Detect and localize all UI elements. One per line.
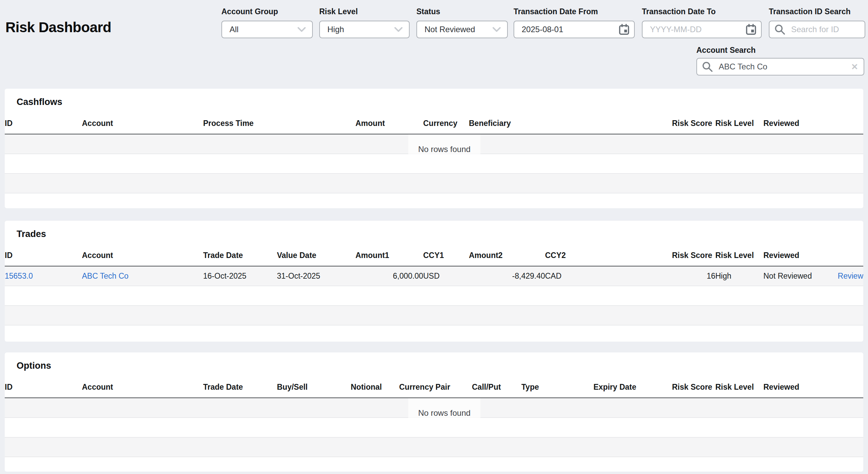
column-header-id[interactable]: ID [5, 376, 82, 398]
filter-account-group: Account Group All [221, 7, 313, 38]
empty-row [5, 325, 863, 342]
column-header-risk-score[interactable]: Risk Score [672, 376, 715, 398]
column-header-spacer [834, 245, 863, 266]
options-card: Options ID Account Trade Date Buy/Sell N… [5, 352, 863, 472]
cashflows-card: Cashflows ID Account Process Time Amount… [5, 89, 863, 208]
column-header-account[interactable]: Account [82, 113, 203, 134]
risk-dashboard-app: Risk Dashboard Account Group All Risk Le… [0, 0, 868, 474]
column-header-expiry-date[interactable]: Expiry Date [593, 376, 672, 398]
transaction-date-from-label: Transaction Date From [514, 7, 635, 16]
column-header-currency[interactable]: Currency [423, 113, 469, 134]
empty-row [5, 193, 863, 209]
chevron-down-icon [394, 27, 403, 32]
empty-row [5, 457, 863, 472]
column-header-risk-score[interactable]: Risk Score [672, 113, 715, 134]
column-header-process-time[interactable]: Process Time [203, 113, 355, 134]
calendar-icon[interactable] [746, 24, 756, 35]
search-icon [702, 61, 713, 72]
transaction-date-to-label: Transaction Date To [642, 7, 762, 16]
options-header-row: ID Account Trade Date Buy/Sell Notional … [5, 376, 863, 398]
account-group-label: Account Group [221, 7, 313, 16]
risk-level-select[interactable]: High [319, 21, 410, 38]
amount1-cell: 6,000.00 [355, 266, 423, 286]
cashflows-no-rows-overlay: No rows found [408, 134, 480, 155]
trade-date-cell: 16-Oct-2025 [203, 266, 277, 286]
chevron-down-icon [492, 27, 501, 32]
status-value: Not Reviewed [425, 25, 475, 34]
trade-account-cell: ABC Tech Co [82, 266, 203, 286]
calendar-icon[interactable] [619, 24, 629, 35]
column-header-risk-level[interactable]: Risk Level [715, 245, 763, 266]
trade-id-cell: 15653.0 [5, 266, 82, 286]
filter-account-search: Account Search ✕ [696, 45, 864, 76]
trade-account-link[interactable]: ABC Tech Co [82, 272, 129, 280]
column-header-trade-date[interactable]: Trade Date [203, 376, 277, 398]
review-link[interactable]: Review [838, 272, 863, 280]
trade-id-link[interactable]: 15653.0 [5, 272, 33, 280]
filter-transaction-date-from: Transaction Date From [514, 7, 635, 38]
column-header-buy-sell[interactable]: Buy/Sell [277, 376, 351, 398]
cashflows-title: Cashflows [17, 97, 62, 107]
column-header-notional[interactable]: Notional [351, 376, 399, 398]
ccy1-cell: USD [423, 266, 469, 286]
column-header-account[interactable]: Account [82, 376, 203, 398]
column-header-type[interactable]: Type [521, 376, 593, 398]
options-no-rows-overlay: No rows found [408, 398, 480, 419]
clear-search-icon[interactable]: ✕ [851, 63, 858, 71]
column-header-currency-pair[interactable]: Currency Pair [399, 376, 472, 398]
empty-row [5, 154, 863, 174]
page-title: Risk Dashboard [5, 19, 111, 36]
trade-row: 15653.0 ABC Tech Co 16-Oct-2025 31-Oct-2… [5, 266, 863, 286]
column-header-reviewed[interactable]: Reviewed [763, 245, 834, 266]
risk-level-value: High [327, 25, 344, 34]
filter-transaction-id-search: Transaction ID Search [769, 7, 865, 38]
account-search-input[interactable] [696, 58, 864, 76]
trades-header-row: ID Account Trade Date Value Date Amount1… [5, 245, 863, 266]
filter-risk-level: Risk Level High [319, 7, 410, 38]
trades-title: Trades [17, 229, 46, 239]
column-header-ccy2[interactable]: CCY2 [545, 245, 672, 266]
empty-row [5, 418, 863, 437]
column-header-reviewed[interactable]: Reviewed [763, 113, 834, 134]
ccy2-cell: CAD [545, 266, 672, 286]
cashflows-table: ID Account Process Time Amount Currency … [5, 113, 863, 208]
options-title: Options [17, 361, 51, 371]
transaction-date-from-input[interactable] [514, 21, 635, 38]
transaction-date-to-input[interactable] [642, 21, 762, 38]
column-header-reviewed[interactable]: Reviewed [763, 376, 834, 398]
column-header-spacer [834, 113, 863, 134]
filter-transaction-date-to: Transaction Date To [642, 7, 762, 38]
empty-row [5, 286, 863, 306]
column-header-risk-level[interactable]: Risk Level [715, 376, 763, 398]
column-header-spacer [834, 376, 863, 398]
column-header-value-date[interactable]: Value Date [277, 245, 355, 266]
trades-card: Trades ID Account Trade Date Value Date … [5, 221, 863, 342]
column-header-ccy1[interactable]: CCY1 [423, 245, 469, 266]
account-search-label: Account Search [696, 45, 864, 55]
column-header-amount[interactable]: Amount [355, 113, 423, 134]
column-header-amount2[interactable]: Amount2 [469, 245, 545, 266]
column-header-amount1[interactable]: Amount1 [355, 245, 423, 266]
amount2-cell: -8,429.40 [469, 266, 545, 286]
search-icon [774, 24, 785, 35]
column-header-trade-date[interactable]: Trade Date [203, 245, 277, 266]
empty-row [5, 437, 863, 457]
column-header-risk-score[interactable]: Risk Score [672, 245, 715, 266]
column-header-id[interactable]: ID [5, 113, 82, 134]
value-date-cell: 31-Oct-2025 [277, 266, 355, 286]
empty-row [5, 174, 863, 193]
review-action-cell: Review [834, 266, 863, 286]
account-group-select[interactable]: All [221, 21, 313, 38]
status-label: Status [416, 7, 508, 16]
options-table: ID Account Trade Date Buy/Sell Notional … [5, 376, 863, 472]
column-header-risk-level[interactable]: Risk Level [715, 113, 763, 134]
column-header-call-put[interactable]: Call/Put [472, 376, 521, 398]
transaction-id-search-label: Transaction ID Search [769, 7, 865, 16]
reviewed-cell: Not Reviewed [763, 266, 834, 286]
column-header-account[interactable]: Account [82, 245, 203, 266]
column-header-beneficiary[interactable]: Beneficiary [469, 113, 672, 134]
risk-level-cell: High [715, 266, 763, 286]
cashflows-header-row: ID Account Process Time Amount Currency … [5, 113, 863, 134]
status-select[interactable]: Not Reviewed [416, 21, 508, 38]
column-header-id[interactable]: ID [5, 245, 82, 266]
